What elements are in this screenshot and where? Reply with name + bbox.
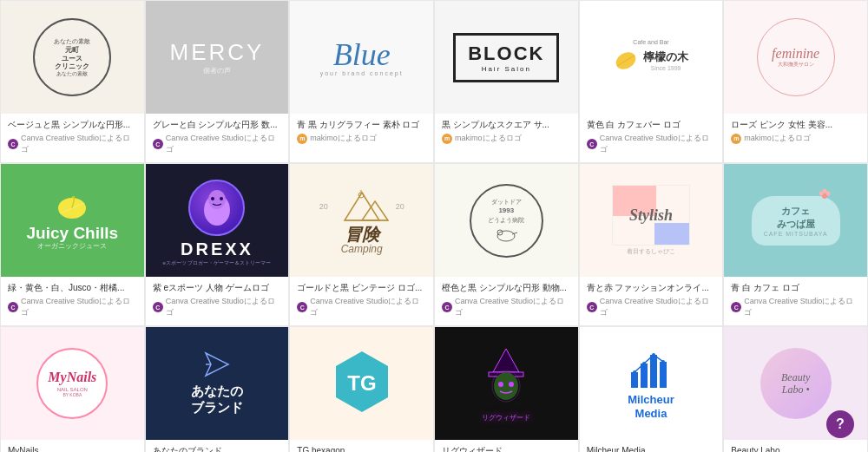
card-8-image: DREXX eスポーツ ブロガー・ゲーマー＆ストリーマー — [146, 164, 289, 277]
svg-rect-32 — [650, 355, 657, 388]
card-17-title: Milcheur Media — [587, 445, 716, 452]
card-3-info: 青 黒 カリグラフィー 素朴 ロゴ m makimoによるロゴ — [290, 114, 433, 162]
card-5-title: 黄色 白 カフェバー ロゴ — [587, 119, 716, 130]
card-15[interactable]: TG TG hexagon Canva Creative Studioによるロゴ — [289, 326, 434, 452]
canva-icon — [153, 302, 163, 312]
card-14-title: あなたのブランド — [153, 445, 282, 452]
card-6-image: feminine 大和撫美サロン — [724, 1, 867, 114]
canva-icon — [587, 139, 597, 149]
canva-icon — [8, 302, 18, 312]
svg-rect-33 — [660, 362, 667, 388]
juicy-chills-title: Juicy Chills — [8, 225, 137, 241]
beauty-circle: Beauty Labo • — [760, 348, 832, 419]
card-9-image: 20 20 冒険 Camping — [290, 164, 433, 277]
svg-point-28 — [509, 382, 514, 387]
card-10-author: Canva Creative Studioによるロゴ — [442, 296, 571, 318]
card-5[interactable]: Cafe and Bar 檸檬の木 Since 1999 黄色 白 カフェバー … — [579, 0, 724, 163]
card-7-author: Canva Creative Studioによるロゴ — [8, 296, 137, 318]
card-1[interactable]: あなたの素敵 元町ユースクリニック あなたの素敵 ベージュと黒 シンプルな円形.… — [0, 0, 145, 163]
card-11-title: 青と赤 ファッションオンライ... — [587, 282, 716, 293]
camping-sub: Camping — [290, 243, 433, 255]
card-2[interactable]: MERCY 個者の声 グレーと白 シンプルな円形 数... Canva Crea… — [145, 0, 290, 163]
card-17[interactable]: Milcheur Media Milcheur Media Canva Crea… — [579, 326, 724, 452]
canva-icon — [8, 139, 18, 149]
lemon-icon — [614, 49, 638, 73]
card-13-title: MyNails — [8, 445, 137, 452]
card-5-info: 黄色 白 カフェバー ロゴ Canva Creative Studioによるロゴ — [580, 114, 723, 162]
stylish-sub: 着目するしゃぴこ — [589, 247, 714, 256]
card-4-image: BLOCK Hair Salon — [435, 1, 578, 114]
card-8[interactable]: DREXX eスポーツ ブロガー・ゲーマー＆ストリーマー 紫 eスポーツ 人物 … — [145, 163, 290, 326]
card-4-author: m makimoによるロゴ — [442, 133, 571, 144]
makimo-icon: m — [297, 134, 307, 144]
card-10[interactable]: ダットドア 1993 どうよう病院 橙色と黒 シンプルな円形 動物... C — [434, 163, 579, 326]
card-3-image: Blue your brand concept — [290, 1, 433, 114]
svg-point-17 — [819, 191, 823, 195]
card-13[interactable]: MyNails NAIL SALON BY KOBA MyNails Canva… — [0, 326, 145, 452]
card-9[interactable]: 20 20 冒険 Camping ゴールドと黒 ビンテージ ロゴ... — [289, 163, 434, 326]
svg-text:TG: TG — [347, 371, 376, 395]
paper-plane-icon — [204, 351, 230, 377]
card-2-author: Canva Creative Studioによるロゴ — [153, 133, 282, 155]
svg-point-36 — [652, 353, 655, 357]
card-1-author: Canva Creative Studioによるロゴ — [8, 133, 137, 155]
card-15-image: TG — [290, 327, 433, 440]
card-13-image: MyNails NAIL SALON BY KOBA — [1, 327, 144, 440]
card-11-author: Canva Creative Studioによるロゴ — [587, 296, 716, 318]
mountain-icon — [332, 189, 392, 224]
card-5-image: Cafe and Bar 檸檬の木 Since 1999 — [580, 1, 723, 114]
card-3[interactable]: Blue your brand concept 青 黒 カリグラフィー 素朴 ロ… — [289, 0, 434, 163]
svg-point-35 — [642, 362, 646, 365]
svg-point-6 — [211, 197, 214, 200]
card-8-info: 紫 eスポーツ 人物 ゲームロゴ Canva Creative Studioによ… — [146, 277, 289, 325]
svg-rect-30 — [631, 372, 638, 388]
card-16[interactable]: リグウィザード リグウィザード Canva Creative Studioによる… — [434, 326, 579, 452]
card-2-title: グレーと白 シンプルな円形 数... — [153, 119, 282, 130]
card-16-title: リグウィザード — [442, 445, 571, 452]
card-6[interactable]: feminine 大和撫美サロン ローズ ピンク 女性 美容... m maki… — [723, 0, 868, 163]
drexx-sub: eスポーツ ブロガー・ゲーマー＆ストリーマー — [146, 259, 289, 267]
card-15-info: TG hexagon Canva Creative Studioによるロゴ — [290, 440, 433, 452]
canva-icon — [587, 302, 597, 312]
card-12[interactable]: カフェ みつば屋 CAFE MITSUBAYA 青 白 カフェ ロゴ Canva… — [723, 163, 868, 326]
card-6-author: m makimoによるロゴ — [731, 133, 860, 144]
camping-title: 冒険 — [290, 226, 433, 243]
card-9-author: Canva Creative Studioによるロゴ — [297, 296, 426, 318]
tg-hexagon-icon: TG — [327, 347, 397, 416]
dog-icon — [493, 226, 519, 243]
card-11[interactable]: Stylish 着目するしゃぴこ 青と赤 ファッションオンライ... Canva… — [579, 163, 724, 326]
witch-title: リグウィザード — [476, 413, 536, 423]
stylish-title: Stylish — [629, 206, 673, 225]
canva-icon — [442, 302, 452, 312]
card-10-image: ダットドア 1993 どうよう病院 — [435, 164, 578, 277]
juicy-chills-sub: オーガニックジュース — [8, 241, 137, 251]
card-4-info: 黒 シンプルなスクエア サ... m makimoによるロゴ — [435, 114, 578, 162]
card-11-image: Stylish 着目するしゃぴこ — [580, 164, 723, 277]
witch-icon — [476, 344, 536, 409]
card-14[interactable]: あなたの ブランド あなたのブランド Canva Creative Studio… — [145, 326, 290, 452]
card-13-info: MyNails Canva Creative Studioによるロゴ — [1, 440, 144, 452]
help-button[interactable]: ? — [826, 410, 854, 438]
card-8-title: 紫 eスポーツ 人物 ゲームロゴ — [153, 282, 282, 293]
lemon-logo-icon — [55, 191, 89, 221]
card-11-info: 青と赤 ファッションオンライ... Canva Creative Studioに… — [580, 277, 723, 325]
card-18-title: Beauty Labo — [731, 445, 860, 452]
drexx-title: DREXX — [146, 239, 289, 259]
svg-point-18 — [825, 191, 830, 195]
card-6-info: ローズ ピンク 女性 美容... m makimoによるロゴ — [724, 114, 867, 162]
card-12-image: カフェ みつば屋 CAFE MITSUBAYA — [724, 164, 867, 277]
card-15-title: TG hexagon — [297, 445, 426, 452]
card-7[interactable]: Juicy Chills オーガニックジュース 緑・黄色・白、Jusco・柑橘.… — [0, 163, 145, 326]
svg-point-37 — [661, 360, 665, 364]
card-2-info: グレーと白 シンプルな円形 数... Canva Creative Studio… — [146, 114, 289, 162]
card-14-info: あなたのブランド Canva Creative Studioによるロゴ — [146, 440, 289, 452]
card-14-image: あなたの ブランド — [146, 327, 289, 440]
card-4-title: 黒 シンプルなスクエア サ... — [442, 119, 571, 130]
card-4[interactable]: BLOCK Hair Salon 黒 シンプルなスクエア サ... m maki… — [434, 0, 579, 163]
svg-point-7 — [220, 197, 223, 200]
card-16-info: リグウィザード Canva Creative Studioによるロゴ — [435, 440, 578, 452]
card-3-title: 青 黒 カリグラフィー 素朴 ロゴ — [297, 119, 426, 130]
card-7-title: 緑・黄色・白、Jusco・柑橘... — [8, 282, 137, 293]
card-10-info: 橙色と黒 シンプルな円形 動物... Canva Creative Studio… — [435, 277, 578, 325]
card-1-info: ベージュと黒 シンプルな円形... Canva Creative Studioに… — [1, 114, 144, 162]
